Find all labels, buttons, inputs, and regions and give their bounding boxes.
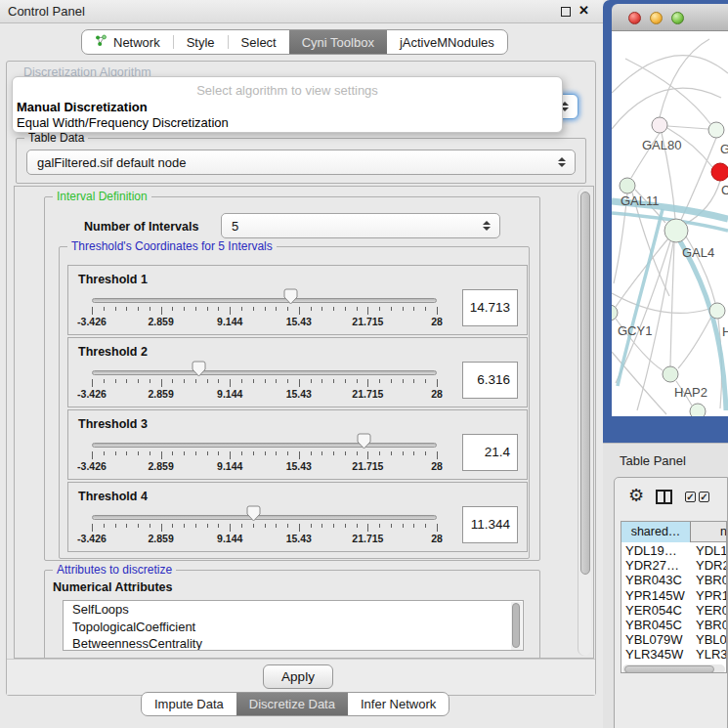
network-edge[interactable] [670, 242, 674, 366]
num-intervals-combobox[interactable]: 5 [221, 213, 500, 238]
gal4-node[interactable] [664, 219, 688, 242]
h-node[interactable] [709, 303, 725, 319]
name-cell: YDL1 [696, 543, 727, 558]
threshold-box-4: Threshold 4-3.4262.8599.14415.4321.71528… [67, 482, 528, 552]
table-data-combobox[interactable]: galFiltered.sif default node [26, 150, 576, 175]
tab-infer-network[interactable]: Infer Network [348, 693, 449, 715]
table-row[interactable]: YLR345WYLR3 [621, 647, 726, 662]
numerical-attributes-list[interactable]: SelfLoopsTopologicalCoefficientBetweenne… [63, 600, 524, 651]
dropdown-placeholder: Select algorithm to view settings [13, 83, 562, 98]
network-canvas[interactable]: GAL80GACGAL11GAL4GCY1HHAP2 [612, 31, 728, 416]
network-view-window: GAL80GACGAL11GAL4GCY1HHAP2 [603, 0, 728, 443]
threshold-label: Threshold 3 [78, 417, 148, 431]
name-cell: YLR3 [696, 647, 727, 662]
threshold-value-field[interactable]: 21.4 [462, 434, 518, 471]
attributes-list-scrollbar[interactable] [511, 602, 522, 651]
node-label: GAL80 [642, 138, 681, 152]
app-root: Control Panel ✕ Network Style Select [0, 0, 728, 728]
table-panel: ⚙ ✓ ✓ shared… n YDL19…YDL1YDR27…YDR2YBR0… [614, 477, 728, 728]
tab-discretize-data[interactable]: Discretize Data [236, 693, 348, 715]
slider-thumb[interactable] [246, 505, 261, 522]
threshold-label: Threshold 4 [78, 490, 148, 503]
network-edge-highlighted[interactable] [618, 209, 663, 386]
tab-impute-data[interactable]: Impute Data [142, 693, 236, 715]
minimize-traffic-light-icon[interactable] [650, 12, 663, 24]
tab-cyni-toolbox[interactable]: Cyni Toolbox [289, 30, 387, 54]
settings-vertical-scrollbar[interactable] [578, 189, 591, 656]
tab-jactivemnodules[interactable]: jActiveMNodules [387, 30, 507, 54]
threshold-box-1: Threshold 1-3.4262.8599.14415.4321.71528… [67, 265, 528, 335]
table-horizontal-scrollbar[interactable] [622, 664, 725, 673]
network-edge[interactable] [678, 317, 711, 368]
slider-thumb[interactable] [192, 361, 206, 377]
table-row[interactable]: YBL079WYBL0 [621, 632, 726, 647]
shared-name-cell: YER054C [625, 603, 682, 618]
close-icon[interactable]: ✕ [578, 3, 589, 18]
gcy1-node[interactable] [612, 305, 618, 321]
slider-thumb[interactable] [283, 288, 298, 305]
slider-ticks [92, 379, 437, 388]
attribute-list-item[interactable]: SelfLoops [64, 601, 523, 619]
checkbox-icon[interactable]: ✓ [699, 492, 709, 502]
tick-label: -3.426 [77, 460, 107, 472]
name-cell: YDR2 [696, 558, 727, 573]
tick-label: 2.859 [148, 533, 173, 544]
slider-thumb[interactable] [357, 433, 371, 450]
table-row[interactable]: YDR27…YDR2 [621, 558, 726, 573]
table-row[interactable]: YDL19…YDL1 [621, 543, 726, 558]
column-header-shared-name[interactable]: shared… [621, 522, 691, 542]
attribute-list-item[interactable]: TopologicalCoefficient [64, 619, 523, 636]
slider-track[interactable] [92, 298, 437, 303]
threshold-value-field[interactable]: 6.316 [462, 362, 518, 399]
close-traffic-light-icon[interactable] [628, 12, 641, 24]
table-panel-region: Table Panel ⚙ ✓ ✓ shared… n YDL19…YDL1YD… [603, 443, 728, 728]
hap2-node[interactable] [663, 366, 678, 382]
slider-track[interactable] [92, 370, 437, 375]
network-edge[interactable] [660, 39, 709, 117]
algorithm-dropdown-popup: Select algorithm to view settings Manual… [12, 76, 563, 133]
gal80-node[interactable] [652, 117, 667, 133]
node-label: C [721, 183, 728, 197]
partial-node[interactable] [690, 404, 706, 416]
slider-ticks [92, 451, 437, 460]
float-window-icon[interactable] [561, 7, 571, 17]
zoom-traffic-light-icon[interactable] [671, 12, 684, 24]
tab-style[interactable]: Style [174, 30, 228, 54]
checkbox-icon[interactable]: ✓ [685, 492, 696, 502]
threshold-value-field[interactable]: 14.713 [462, 289, 518, 326]
network-edge[interactable] [625, 59, 711, 125]
node-label: HAP2 [674, 385, 707, 400]
shared-name-cell: YBR043C [625, 573, 682, 587]
columns-icon[interactable] [656, 490, 672, 504]
dropdown-option-equal-width[interactable]: Equal Width/Frequency Discretization [17, 115, 229, 130]
attribute-list-item[interactable]: BetweennessCentrality [64, 635, 523, 651]
tick-label: 21.715 [352, 533, 383, 544]
network-edge[interactable] [667, 126, 708, 129]
shared-name-cell: YLR345W [625, 647, 683, 662]
threshold-value-field[interactable]: 11.344 [462, 506, 518, 543]
interval-definition-title: Interval Definition [53, 190, 151, 203]
tab-network[interactable]: Network [82, 30, 173, 54]
slider-track[interactable] [92, 515, 437, 520]
red-node[interactable] [711, 163, 728, 181]
node-label: H [722, 324, 728, 339]
dropdown-option-manual[interactable]: Manual Discretization [17, 100, 148, 114]
tab-select[interactable]: Select [229, 30, 289, 54]
slider-track[interactable] [92, 443, 437, 448]
table-row[interactable]: YER054CYER0 [621, 603, 726, 618]
table-header: shared… n [621, 522, 726, 542]
panel-title: Control Panel [8, 4, 85, 19]
table-data-combobox-value: galFiltered.sif default node [37, 150, 186, 175]
tick-label: 28 [431, 460, 443, 472]
table-data-group: Table Data galFiltered.sif default node [16, 138, 586, 184]
table-row[interactable]: YBR045CYBR0 [621, 618, 726, 632]
network-window-titlebar[interactable] [612, 4, 728, 31]
ga-node[interactable] [708, 122, 724, 138]
table-row[interactable]: YBR043CYBR0 [621, 573, 726, 587]
gal11-node[interactable] [620, 178, 635, 193]
gear-icon[interactable]: ⚙ [628, 487, 644, 504]
apply-button[interactable]: Apply [263, 664, 333, 689]
category-tabbar: Network Style Select Cyni Toolbox jActiv… [81, 29, 508, 55]
column-header-name[interactable]: n [691, 522, 726, 542]
table-row[interactable]: YPR145WYPR1 [621, 588, 726, 603]
